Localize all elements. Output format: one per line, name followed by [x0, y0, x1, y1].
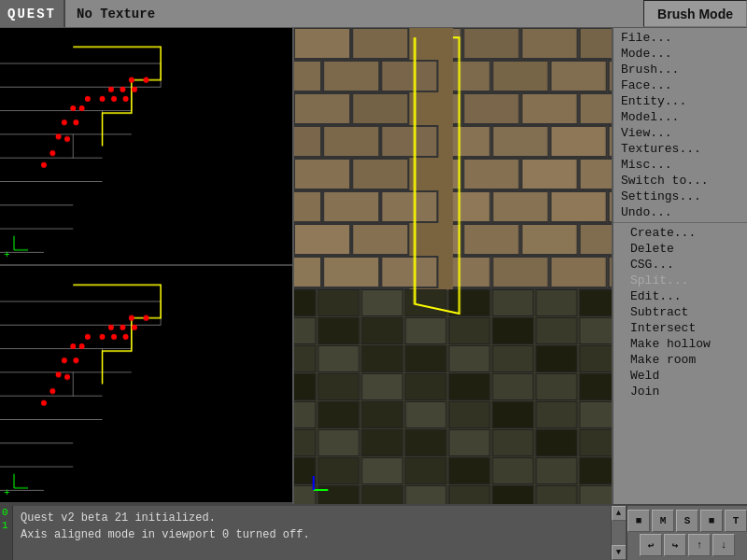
menu-item-switch-to---[interactable]: Switch to... [613, 173, 747, 189]
scroll-down-button[interactable]: ▼ [612, 545, 627, 560]
menu-item-face---[interactable]: Face... [613, 77, 747, 93]
menu-item-make-room[interactable]: Make room [613, 352, 747, 368]
tb-undo-btn[interactable]: ↩ [640, 534, 662, 556]
status-line-numbers: 0 1 [0, 506, 13, 560]
menu-item-file---[interactable]: File... [613, 30, 747, 46]
menu-item-intersect[interactable]: Intersect [613, 320, 747, 336]
menu-item-view---[interactable]: View... [613, 125, 747, 141]
tb-square-btn[interactable]: ■ [700, 510, 723, 532]
toolbar-right: ■ M S ■ T ↩ ↪ ↑ ↓ [626, 506, 747, 560]
viewport-bottom[interactable]: + [0, 266, 292, 504]
scroll-up-button[interactable]: ▲ [612, 506, 627, 521]
viewport-3d[interactable] [294, 28, 612, 504]
viewport-3d-canvas [294, 28, 612, 504]
menu-item-make-hollow[interactable]: Make hollow [613, 336, 747, 352]
status-scrollbar: ▲ ▼ [611, 506, 626, 560]
menu-item-brush---[interactable]: Brush... [613, 62, 747, 77]
menu-item-join[interactable]: Join [613, 384, 747, 399]
toolbar-row-2: ↩ ↪ ↑ ↓ [640, 534, 735, 556]
menu-item-misc---[interactable]: Misc... [613, 157, 747, 173]
viewport-top-canvas [0, 28, 292, 264]
menu-item-settings---[interactable]: Settings... [613, 189, 747, 204]
logo-area: QUEST [0, 0, 65, 27]
logo-text: QUEST [7, 7, 56, 21]
status-num-0: 0 [0, 506, 12, 519]
menu-item-subtract[interactable]: Subtract [613, 304, 747, 320]
texture-label: No Texture [65, 5, 643, 23]
menu-item-model---[interactable]: Model... [613, 109, 747, 125]
status-msg-0: Quest v2 beta 21 initialized. [21, 510, 603, 526]
menu-item-delete[interactable]: Delete [613, 241, 747, 257]
menu-item-mode---[interactable]: Mode... [613, 46, 747, 62]
status-num-1: 1 [0, 519, 12, 532]
menu-item-weld[interactable]: Weld [613, 368, 747, 384]
menu-item-undo---[interactable]: Undo... [613, 204, 747, 220]
menu-item-textures---[interactable]: Textures... [613, 141, 747, 157]
menu-item-csg---[interactable]: CSG... [613, 257, 747, 273]
tb-m-btn[interactable]: M [652, 510, 674, 532]
status-bar: 0 1 Quest v2 beta 21 initialized. Axis a… [0, 504, 747, 560]
status-msg-1: Axis aligned mode in viewport 0 turned o… [21, 526, 603, 543]
toolbar-row-1: ■ M S ■ T [627, 510, 747, 532]
tb-up-btn[interactable]: ↑ [688, 534, 711, 556]
menu-item-create---[interactable]: Create... [613, 225, 747, 241]
main-layout: + + File...Mode...Brush...Face...Entity.… [0, 28, 747, 504]
menu-item-edit---[interactable]: Edit... [613, 288, 747, 304]
title-bar: QUEST No Texture Brush Mode [0, 0, 747, 28]
tb-down-btn[interactable]: ↓ [712, 534, 735, 556]
tb-redo-btn[interactable]: ↪ [664, 534, 686, 556]
viewports-panel: + + [0, 28, 294, 504]
tb-t-btn[interactable]: T [725, 510, 747, 532]
tb-select-btn[interactable]: ■ [627, 510, 650, 532]
tb-s-btn[interactable]: S [676, 510, 698, 532]
menu-panel: File...Mode...Brush...Face...Entity...Mo… [612, 28, 747, 504]
viewport-bottom-label: + [4, 487, 10, 498]
status-messages: Quest v2 beta 21 initialized. Axis align… [13, 506, 611, 560]
menu-item-split---: Split... [613, 273, 747, 288]
menu-item-entity---[interactable]: Entity... [613, 93, 747, 109]
brush-mode-button[interactable]: Brush Mode [643, 0, 747, 27]
viewport-top-label: + [4, 249, 10, 260]
viewport-bottom-canvas [0, 266, 292, 502]
viewport-top[interactable]: + [0, 28, 292, 266]
